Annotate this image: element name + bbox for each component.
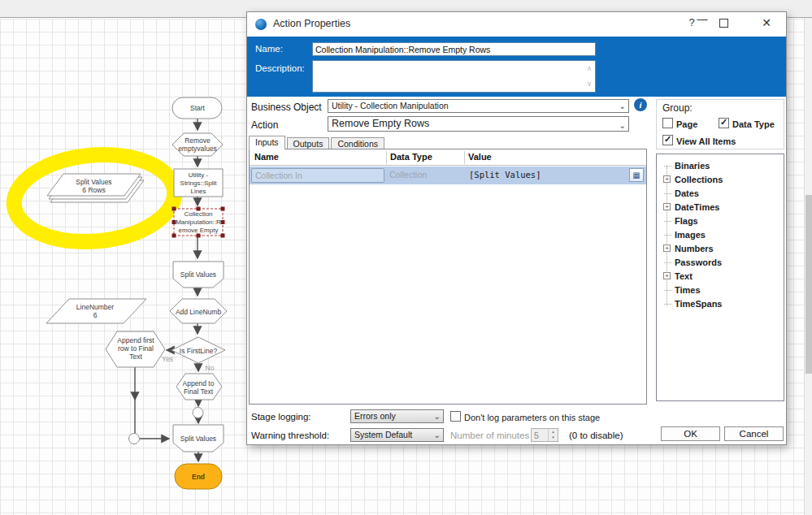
cancel-button[interactable]: Cancel <box>724 426 784 441</box>
action-select[interactable]: Remove Empty Rows ⌄ <box>328 116 629 132</box>
inputs-panel: Name Data Type Value Collection In Colle… <box>249 149 647 405</box>
business-object-label: Business Object <box>251 102 322 113</box>
selected-stage-label: CollectionManipulation::Remove Empty <box>171 210 226 235</box>
page-checkbox[interactable] <box>662 118 673 128</box>
scroll-up-icon[interactable]: ∧ <box>584 61 595 76</box>
close-button[interactable]: ✕ <box>759 16 774 29</box>
append-final-label: Append toFinal Text <box>168 379 228 396</box>
view-all-items-label: View All Items <box>676 136 736 146</box>
data-type-tree: Binaries +Collections Dates +DateTimes F… <box>656 154 784 401</box>
expand-icon[interactable]: + <box>663 245 671 252</box>
stage-logging-select[interactable]: Errors only ⌄ <box>350 409 444 423</box>
column-header-name: Name <box>254 152 279 162</box>
warning-threshold-label: Warning threshold: <box>251 431 329 440</box>
group-title: Group: <box>662 102 693 114</box>
input-value-cell[interactable]: [Split Values] <box>469 170 541 180</box>
tab-outputs[interactable]: Outputs <box>287 137 330 149</box>
add-linenumb-label: Add LineNumb <box>167 308 230 316</box>
spin-down-icon[interactable]: ▼ <box>549 435 558 440</box>
minimize-button[interactable]: — <box>695 13 710 25</box>
action-properties-dialog: Action Properties ? — ✕ Name: Descriptio… <box>246 11 787 445</box>
linenumber-label: LineNumber6 <box>50 303 140 319</box>
minutes-value: 5 <box>534 431 539 440</box>
description-label: Description: <box>255 63 305 73</box>
action-value: Remove Empty Rows <box>332 118 429 129</box>
dont-log-label: Don't log parameters on this stage <box>464 413 600 422</box>
tab-strip: Inputs Outputs Conditions <box>249 136 386 149</box>
dialog-titlebar[interactable]: Action Properties ? — ✕ <box>247 12 786 37</box>
tree-tick <box>664 166 671 167</box>
business-object-select[interactable]: Utility - Collection Manipulation ⌄ <box>328 99 629 113</box>
description-scrollbar[interactable]: ∧ ∨ <box>584 61 595 92</box>
spinner-arrows[interactable]: ▲ ▼ <box>548 429 558 441</box>
tab-inputs[interactable]: Inputs <box>249 136 285 149</box>
expand-icon[interactable]: + <box>663 203 671 210</box>
start-label: Start <box>172 104 223 112</box>
split-lines-label: Utility -Strings::SplitLines <box>172 171 224 196</box>
tree-rail <box>667 166 667 305</box>
table-header: Name Data Type Value <box>250 149 646 166</box>
column-divider <box>386 151 387 164</box>
anchor-point-left[interactable] <box>129 434 140 444</box>
column-header-value: Value <box>468 152 492 162</box>
maximize-button[interactable] <box>719 19 728 28</box>
minutes-label: Number of minutes <box>450 431 529 440</box>
group-panel: Group: Page Data Type View All Items <box>656 99 784 149</box>
data-type-checkbox-label: Data Type <box>732 119 775 129</box>
name-input[interactable] <box>312 42 596 56</box>
tree-tick <box>664 193 671 194</box>
remove-emptyvalues-label: Removeemptyvalues <box>167 136 228 153</box>
value-picker-button[interactable]: ▦ <box>629 168 644 182</box>
expand-icon[interactable]: + <box>663 272 671 279</box>
ok-button[interactable]: OK <box>661 426 720 441</box>
app-icon <box>255 19 267 30</box>
split-values-top-label: Split Values <box>171 270 226 279</box>
scroll-down-icon[interactable]: ∨ <box>584 76 595 92</box>
split-values-bottom-label: Split Values <box>171 435 226 443</box>
anchor-point-mid[interactable] <box>193 408 203 418</box>
tree-tick <box>664 235 671 236</box>
append-first-label: Append firstrow to FinalText <box>105 336 167 361</box>
column-divider <box>464 151 465 164</box>
yes-branch-label: Yes <box>158 355 176 363</box>
tree-tick <box>664 262 671 263</box>
chevron-down-icon: ⌄ <box>434 411 441 422</box>
column-header-datatype: Data Type <box>390 152 432 162</box>
description-field-frame: ∧ ∨ <box>312 60 596 93</box>
info-icon[interactable]: i <box>634 98 647 111</box>
tree-tick <box>664 221 671 222</box>
chevron-down-icon: ⌄ <box>619 119 626 132</box>
spin-up-icon[interactable]: ▲ <box>549 429 558 435</box>
name-label: Name: <box>255 44 283 54</box>
view-all-items-checkbox[interactable] <box>662 135 673 145</box>
warning-threshold-value: System Default <box>354 430 412 439</box>
tree-tick <box>664 304 671 305</box>
chevron-down-icon: ⌄ <box>434 430 441 440</box>
action-label: Action <box>251 119 278 131</box>
business-object-value: Utility - Collection Manipulation <box>332 101 449 110</box>
stage-logging-label: Stage logging: <box>251 412 311 422</box>
input-datatype-cell: Collection <box>389 170 427 180</box>
is-firstline-label: Is FirstLine? <box>167 347 229 355</box>
chevron-down-icon: ⌄ <box>619 101 626 111</box>
dont-log-checkbox[interactable] <box>450 411 461 422</box>
data-type-checkbox[interactable] <box>719 118 729 128</box>
input-name-cell[interactable]: Collection In <box>251 168 384 183</box>
dialog-title: Action Properties <box>273 18 350 29</box>
tree-tick <box>664 290 671 291</box>
minutes-spinner[interactable]: 5 ▲ ▼ <box>531 428 558 442</box>
no-branch-label: No <box>202 364 218 372</box>
desktop: Start Removeemptyvalues Utility -Strings… <box>0 0 812 515</box>
expand-icon[interactable]: + <box>663 175 671 183</box>
dialog-banner: Name: Description: ∧ ∨ <box>247 37 786 97</box>
description-input[interactable] <box>313 61 584 92</box>
tab-conditions[interactable]: Conditions <box>331 137 384 149</box>
table-row[interactable]: Collection In Collection [Split Values] … <box>250 167 646 184</box>
stage-logging-value: Errors only <box>354 411 396 421</box>
disable-hint: (0 to disable) <box>569 431 623 440</box>
warning-threshold-select[interactable]: System Default ⌄ <box>350 428 444 442</box>
page-checkbox-label: Page <box>676 119 697 129</box>
end-label: End <box>173 473 224 481</box>
collection-stack-label: Split Values6 Rows <box>51 178 137 194</box>
